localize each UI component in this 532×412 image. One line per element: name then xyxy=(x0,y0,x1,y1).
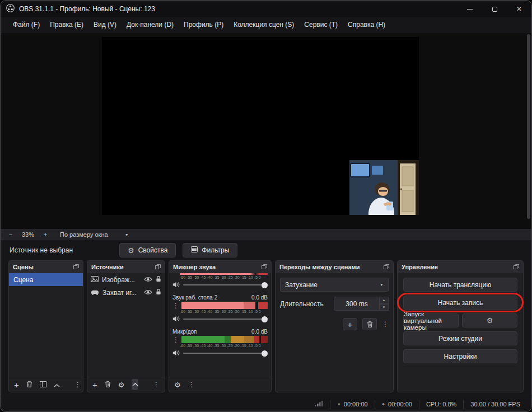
duration-spinner: ▲ ▼ xyxy=(380,297,389,311)
add-source-button[interactable]: + xyxy=(92,381,97,389)
zoom-in-button[interactable]: + xyxy=(42,231,49,238)
duration-input[interactable]: 300 ms xyxy=(334,297,380,311)
menubar: Файл (F) Правка (Е) Вид (V) Док-панели (… xyxy=(1,17,531,32)
remove-source-button[interactable] xyxy=(105,380,111,390)
controls-panel-header: Управление xyxy=(398,261,523,273)
source-toolbar: Источник не выбран ⚙ Свойства Фильтры xyxy=(1,240,531,260)
channel-menu-button[interactable]: ⋮ xyxy=(172,302,179,309)
eye-icon[interactable] xyxy=(144,289,152,297)
meter-scale: -60 -55 -50 -45 -40 -35 -30 -25 -20 -15 … xyxy=(180,344,268,348)
lock-icon[interactable] xyxy=(156,288,161,297)
popout-icon[interactable] xyxy=(262,264,267,270)
eye-icon[interactable] xyxy=(144,276,152,284)
gear-icon: ⚙ xyxy=(128,247,134,254)
transitions-panel: Переходы между сценами Затухание ▼ Длите… xyxy=(275,260,394,392)
transitions-panel-title: Переходы между сценами xyxy=(279,264,360,270)
volume-slider-handle[interactable] xyxy=(262,316,268,322)
scenes-list: Сцена xyxy=(9,273,83,377)
duration-increase-button[interactable]: ▲ xyxy=(380,297,389,304)
minimize-button[interactable] xyxy=(458,1,482,17)
menu-edit[interactable]: Правка (Е) xyxy=(45,19,88,30)
studio-mode-button[interactable]: Режим студии xyxy=(403,331,517,345)
menu-scene-collection[interactable]: Коллекция сцен (S) xyxy=(229,19,298,30)
scenes-menu-button[interactable]: ⋮ xyxy=(74,381,81,388)
move-scene-up-button[interactable] xyxy=(54,380,60,390)
add-scene-button[interactable]: + xyxy=(14,381,19,389)
speaker-icon[interactable] xyxy=(172,314,180,324)
duration-decrease-button[interactable]: ▼ xyxy=(380,304,389,311)
move-source-up-button[interactable] xyxy=(132,379,138,390)
scenes-panel-title: Сцены xyxy=(13,264,34,270)
source-list-item[interactable]: Захват иг... xyxy=(87,286,165,299)
add-transition-button[interactable]: + xyxy=(343,318,357,330)
start-virtual-camera-button[interactable]: Запуск виртуальной камеры xyxy=(403,313,459,327)
sources-list: Изображ... Захват иг... xyxy=(87,273,165,377)
minimize-icon xyxy=(467,9,473,10)
source-label: Изображ... xyxy=(102,276,141,284)
mixer-channel-desktop: Звук раб. стола 2 0.0 dB ⋮ -60 -55 -50 -… xyxy=(172,293,268,324)
maximize-icon xyxy=(492,7,497,12)
window-controls: ✕ xyxy=(458,1,531,17)
scene-grid-mode-button[interactable] xyxy=(40,380,46,390)
zoom-level: 33% xyxy=(22,231,34,238)
channel-menu-button[interactable]: ⋮ xyxy=(172,336,179,343)
start-recording-button[interactable]: Начать запись xyxy=(403,296,517,310)
dock-panels: Сцены Сцена + ⋮ Источники xyxy=(1,260,531,392)
statusbar: ● 00:00:00 ● 00:00:00 CPU: 0.8% 30.00 / … xyxy=(1,396,531,411)
zoom-toolbar: − 33% + По размеру окна ▼ xyxy=(1,229,531,240)
preview-scrollbar[interactable] xyxy=(527,34,530,219)
scene-list-item[interactable]: Сцена xyxy=(9,273,83,286)
mixer-menu-button[interactable]: ⋮ xyxy=(188,381,195,388)
popout-icon[interactable] xyxy=(155,264,161,270)
volume-slider-handle[interactable] xyxy=(262,282,268,288)
close-button[interactable]: ✕ xyxy=(507,1,531,17)
transitions-menu-button[interactable]: ⋮ xyxy=(382,321,389,327)
menu-view[interactable]: Вид (V) xyxy=(89,19,121,30)
volume-slider[interactable] xyxy=(183,284,268,285)
fps-text: 30.00 / 30.00 FPS xyxy=(470,401,520,408)
properties-label: Свойства xyxy=(138,246,168,254)
close-icon: ✕ xyxy=(516,5,522,13)
volume-slider[interactable] xyxy=(183,353,268,354)
signal-bars-icon xyxy=(315,400,323,408)
chevron-down-icon: ▼ xyxy=(125,233,129,237)
zoom-fit-dropdown[interactable]: По размеру окна ▼ xyxy=(60,231,129,238)
source-properties-button[interactable]: ⚙ xyxy=(118,381,125,388)
speaker-icon[interactable] xyxy=(172,348,180,358)
maximize-button[interactable] xyxy=(482,1,507,17)
transitions-body: Затухание ▼ Длительность 300 ms ▲ ▼ + xyxy=(276,273,393,392)
menu-profile[interactable]: Профиль (Р) xyxy=(179,19,228,30)
filters-icon xyxy=(191,246,198,254)
menu-help[interactable]: Справка (Н) xyxy=(343,19,390,30)
transitions-panel-header: Переходы между сценами xyxy=(276,261,393,273)
menu-file[interactable]: Файл (F) xyxy=(8,19,44,30)
speaker-icon[interactable] xyxy=(172,280,180,290)
filters-button[interactable]: Фильтры xyxy=(183,243,237,258)
start-streaming-button[interactable]: Начать трансляцию xyxy=(403,278,517,292)
mixer-panel-header: Микшер звука xyxy=(169,261,271,273)
cpu-usage-text: CPU: 0.8% xyxy=(426,401,456,408)
duration-label: Длительность xyxy=(280,300,334,308)
menu-tools[interactable]: Сервис (Т) xyxy=(300,19,342,30)
volume-slider-handle[interactable] xyxy=(262,350,268,357)
volume-slider[interactable] xyxy=(183,319,268,320)
popout-icon[interactable] xyxy=(514,264,519,270)
record-indicator-icon: ● xyxy=(337,401,340,407)
menu-docks[interactable]: Док-панели (D) xyxy=(122,19,178,30)
settings-button[interactable]: Настройки xyxy=(403,349,517,363)
popout-icon[interactable] xyxy=(73,264,79,270)
lock-icon[interactable] xyxy=(156,275,161,284)
advanced-audio-button[interactable]: ⚙ xyxy=(174,381,181,388)
properties-button[interactable]: ⚙ Свойства xyxy=(119,243,176,258)
source-list-item[interactable]: Изображ... xyxy=(87,273,165,286)
preview-canvas[interactable] xyxy=(102,37,419,215)
remove-transition-button[interactable] xyxy=(362,318,377,330)
zoom-out-button[interactable]: − xyxy=(7,231,14,238)
popout-icon[interactable] xyxy=(384,264,389,270)
virtual-camera-config-button[interactable]: ⚙ xyxy=(462,313,517,327)
sources-menu-button[interactable]: ⋮ xyxy=(153,381,160,388)
recording-time: 00:00:00 xyxy=(344,401,368,408)
transition-dropdown[interactable]: Затухание ▼ xyxy=(280,278,389,292)
scenes-toolbar: + ⋮ xyxy=(9,377,83,392)
remove-scene-button[interactable] xyxy=(26,380,32,390)
